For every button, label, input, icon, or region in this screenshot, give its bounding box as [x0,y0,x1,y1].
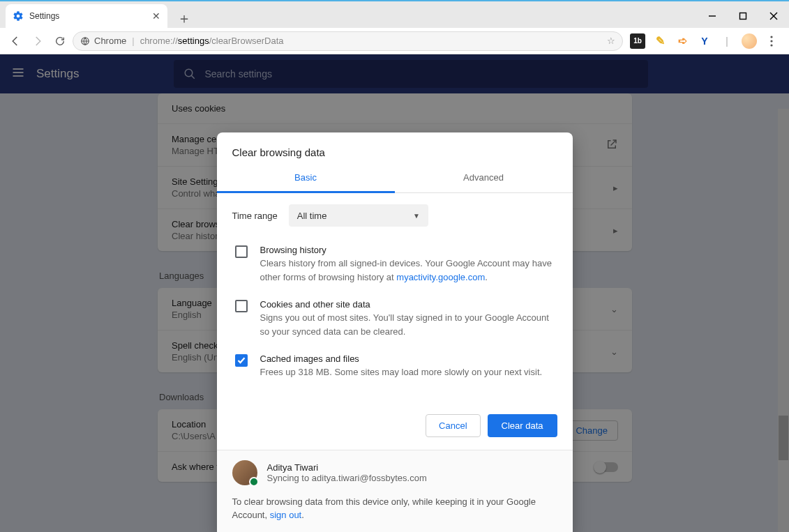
clear-data-button[interactable]: Clear data [488,414,557,437]
checkbox-subtitle: Frees up 318 MB. Some sites may load mor… [260,365,543,379]
dialog-checkbox-row: Browsing historyClears history from all … [232,239,557,294]
svg-point-5 [770,36,772,38]
checkbox[interactable] [235,354,248,367]
checkbox-title: Browsing history [260,245,557,255]
checkbox[interactable] [235,300,248,312]
close-tab-icon[interactable]: ✕ [152,10,160,22]
close-window-button[interactable] [758,6,789,26]
svg-point-7 [770,44,772,46]
dialog-footer-note: To clear browsing data from this device … [232,495,557,522]
checkbox-title: Cached images and files [260,354,543,364]
minimize-button[interactable] [697,6,728,26]
back-button[interactable] [6,31,25,51]
cancel-button[interactable]: Cancel [426,414,480,437]
user-avatar [232,460,257,485]
tab-advanced[interactable]: Advanced [395,164,573,192]
sign-out-link[interactable]: sign out [270,510,302,520]
extension-y-icon[interactable]: Y [697,33,712,49]
browser-toolbar: Chrome | chrome://settings/clearBrowserD… [0,28,789,54]
browser-tabstrip: Settings ✕ ＋ [0,1,789,28]
new-tab-button[interactable]: ＋ [174,8,194,28]
bookmark-star-icon[interactable]: ☆ [607,36,615,46]
site-info-icon[interactable]: Chrome [80,36,126,46]
forward-button[interactable] [28,31,47,51]
checkbox-title: Cookies and other site data [260,299,557,310]
extension-icons: 1b ✎ ➪ Y | [626,33,783,49]
omnibox-url: chrome://settings/clearBrowserData [140,36,284,46]
svg-rect-1 [740,13,746,20]
window-controls [697,4,789,28]
toolbar-separator: | [719,33,735,49]
tab-basic[interactable]: Basic [217,164,395,193]
kebab-menu-icon[interactable] [764,33,779,49]
sync-user-email: Syncing to aditya.tiwari@fossbytes.com [267,473,427,483]
profile-avatar-button[interactable] [742,33,757,49]
omnibox-label: Chrome [94,36,126,46]
dialog-title: Clear browsing data [217,132,573,164]
browser-tab[interactable]: Settings ✕ [6,4,167,28]
time-range-label: Time range [232,211,278,221]
time-range-select[interactable]: All time ▼ [289,204,428,227]
clear-browsing-data-dialog: Clear browsing data Basic Advanced Time … [217,132,573,532]
dialog-checkbox-row: Cached images and filesFrees up 318 MB. … [232,348,557,389]
sync-status-badge-icon [249,477,259,487]
checkbox-subtitle: Signs you out of most sites. You'll stay… [260,311,557,338]
extension-pencil-icon[interactable]: ✎ [652,33,668,49]
sync-user-name: Aditya Tiwari [267,462,427,473]
dialog-checkbox-row: Cookies and other site dataSigns you out… [232,294,557,348]
checkbox-subtitle: Clears history from all signed-in device… [260,257,557,284]
chevron-down-icon: ▼ [413,212,420,220]
time-range-value: All time [297,211,327,221]
extension-orange-arrow-icon[interactable]: ➪ [675,33,690,49]
gear-icon [13,10,24,22]
extension-1b-icon[interactable]: 1b [630,33,645,49]
checkbox[interactable] [235,245,248,258]
svg-point-6 [770,40,772,42]
dialog-tabs: Basic Advanced [217,164,573,193]
omnibox[interactable]: Chrome | chrome://settings/clearBrowserD… [73,31,623,51]
maximize-button[interactable] [728,6,758,26]
omnibox-separator: | [132,36,134,46]
reload-button[interactable] [50,31,70,51]
inline-link[interactable]: myactivity.google.com [396,272,485,282]
tab-title: Settings [29,11,59,21]
